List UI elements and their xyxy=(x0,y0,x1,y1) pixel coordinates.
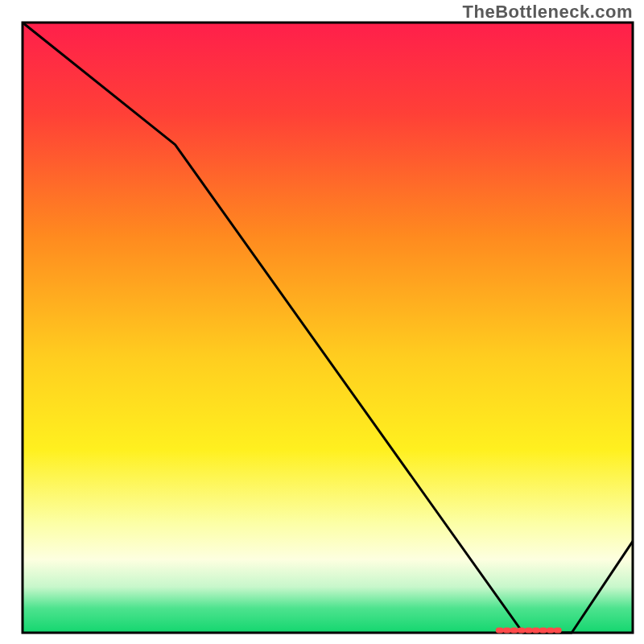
chart-frame: TheBottleneck.com xyxy=(0,0,644,644)
bottleneck-chart xyxy=(0,0,644,644)
plot-background xyxy=(23,23,633,633)
